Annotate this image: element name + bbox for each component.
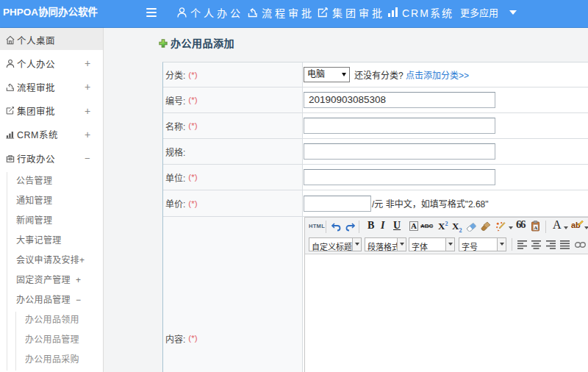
svg-text:A: A [534,225,537,231]
